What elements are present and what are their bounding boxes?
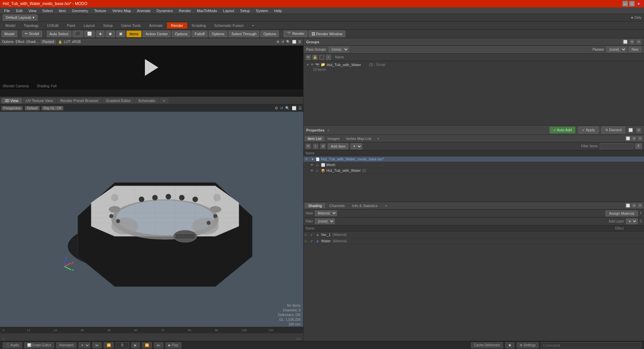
tab-schematic-fusion[interactable]: Schematic Fusion — [210, 22, 248, 29]
icon-btn-4[interactable]: ◉ — [106, 31, 115, 37]
groups-expand-btn[interactable]: ⬜ — [623, 39, 628, 45]
il-close-btn[interactable]: ✕ — [637, 136, 643, 141]
tab-render[interactable]: Render — [167, 22, 187, 29]
vp-tab-gradient[interactable]: Gradient Editor — [103, 98, 134, 103]
new-group-button[interactable]: New — [629, 47, 641, 52]
play-btn[interactable]: ▶ Play — [165, 342, 181, 348]
animated-button[interactable]: Animated — [56, 342, 76, 348]
il-tab-vertex[interactable]: Vertex Map List — [343, 136, 374, 141]
tab-animate[interactable]: Animate — [145, 22, 167, 29]
il-add-btn[interactable]: + — [313, 144, 318, 149]
tab-topology[interactable]: Topology — [20, 22, 43, 29]
zoom-icon[interactable]: 🔍 — [286, 40, 290, 44]
tab-scripting[interactable]: Scripting — [187, 22, 210, 29]
select-through-button[interactable]: Select Through — [228, 31, 259, 37]
groups-render-btn[interactable]: ⬛ — [319, 55, 324, 60]
play-button[interactable]: ▶ — [131, 342, 140, 348]
fullscreen-icon[interactable]: ⬜ — [292, 40, 296, 44]
properties-settings-btn[interactable]: ⚙ — [636, 128, 641, 133]
default-layouts-button[interactable]: Default Layouts ▾ — [3, 14, 38, 21]
vp-tab-preset[interactable]: Render Preset Browser — [57, 98, 102, 103]
menu-layout[interactable]: Layout — [220, 8, 237, 13]
discard-button[interactable]: ✕ Discard — [601, 127, 625, 134]
graph-editor-button[interactable]: 📊 Graph Editor — [24, 342, 54, 348]
il-tab-images[interactable]: Images — [325, 136, 342, 141]
vp-tab-uv[interactable]: UV Texture View — [22, 98, 56, 103]
icon-btn-3[interactable]: ◈ — [96, 31, 105, 37]
sh-close-btn[interactable]: ✕ — [637, 203, 643, 208]
menu-vertex-map[interactable]: Vertex Map — [110, 8, 134, 13]
icon-btn-1[interactable]: ⬛ — [72, 31, 83, 37]
options-button-2[interactable]: Options — [209, 31, 227, 37]
tab-add[interactable]: + — [248, 22, 258, 29]
pass-groups-select[interactable]: (none) — [329, 47, 349, 52]
render-window-button[interactable]: 🖼 Render Window — [309, 31, 345, 37]
menu-maxtomodo[interactable]: MaxToModo — [194, 8, 220, 13]
options-button-1[interactable]: Options — [172, 31, 191, 37]
vp-tab-schematic[interactable]: Schematic — [135, 98, 159, 103]
options-button-3[interactable]: Options — [260, 31, 279, 37]
groups-add-btn[interactable]: + — [326, 55, 331, 60]
add-item-select[interactable]: ▾ — [351, 143, 362, 149]
maximize-button[interactable]: □ — [629, 1, 635, 6]
menu-select[interactable]: Select — [40, 8, 55, 13]
animated-select[interactable]: ▾ — [78, 342, 90, 348]
filter-f-btn[interactable]: F — [635, 143, 642, 149]
il-settings-btn[interactable]: ⚙ — [631, 136, 637, 141]
falloff-button[interactable]: Falloff — [192, 31, 208, 37]
il-tab-add[interactable]: + — [374, 136, 382, 141]
menu-setup[interactable]: Setup — [237, 8, 253, 13]
icon-btn-2[interactable]: ⬜ — [84, 31, 95, 37]
view-select[interactable]: Material — [315, 210, 337, 216]
items-button[interactable]: Items — [126, 31, 142, 37]
action-center-button[interactable]: Action Center — [143, 31, 171, 37]
menu-dynamics[interactable]: Dynamics — [154, 8, 175, 13]
vp-expand-icon[interactable]: ⬜ — [292, 106, 297, 110]
filter-items-input[interactable] — [600, 143, 633, 149]
add-layer-select[interactable]: ▾ — [626, 218, 638, 224]
timeline-track[interactable]: 120 0 — [0, 333, 303, 341]
vp-tab-add[interactable]: + — [159, 98, 168, 103]
menu-help[interactable]: Help — [271, 8, 284, 13]
auto-add-button[interactable]: ✓ Auto Add — [549, 127, 576, 134]
play-next-button[interactable]: ⏩ — [142, 342, 152, 348]
filter-select[interactable]: (none) — [315, 218, 335, 224]
tab-layout[interactable]: Layout — [79, 22, 99, 29]
play-start-button[interactable]: ⏮ — [92, 342, 102, 348]
viewport-3d[interactable]: Perspective Default Ray GL: Off ⚙ ↺ 🔍 ⬜ … — [0, 104, 303, 327]
sh-tab-info[interactable]: Info & Statistics — [349, 203, 381, 208]
il-tab-list[interactable]: Item List — [305, 136, 324, 141]
assign-material-button[interactable]: Assign Material — [605, 210, 638, 216]
sh-tab-channels[interactable]: Channels — [326, 203, 348, 208]
cache-deformers-button[interactable]: Cache Deformers — [471, 342, 503, 348]
frame-input[interactable] — [116, 342, 129, 348]
add-item-button[interactable]: Add Item — [328, 143, 348, 149]
icon-btn-5[interactable]: ▣ — [116, 31, 125, 37]
sh-row-var1[interactable]: ▷ ✓ ◈ Var_1 (Material) — [304, 232, 644, 238]
vp-tab-3d[interactable]: 3D View — [1, 98, 22, 103]
refresh-icon[interactable]: ↺ — [281, 40, 284, 44]
item-row-scene[interactable]: 👁 ▼ 📄 Hot_Tub_with_Water_modo_base.lxo* — [304, 156, 644, 162]
play-end-button[interactable]: ⏭ — [154, 342, 163, 348]
vp-zoom-icon[interactable]: 🔍 — [285, 106, 290, 110]
groups-lock-btn[interactable]: 🔒 — [312, 55, 318, 60]
sh-expand-btn[interactable]: ⬜ — [625, 203, 631, 208]
menu-animate[interactable]: Animate — [134, 8, 153, 13]
il-vis-btn[interactable]: 👁 — [306, 144, 311, 149]
settings-icon[interactable]: ⚙ — [276, 40, 279, 44]
tab-game-tools[interactable]: Game Tools — [117, 22, 145, 29]
menu-view[interactable]: View — [26, 8, 39, 13]
menu-geometry[interactable]: Geometry — [69, 8, 91, 13]
group-row[interactable]: ▼ 👁 📷 📁 Hot_Tub_with_Water (3) : Group — [305, 62, 643, 67]
play-prev-button[interactable]: ⏪ — [104, 342, 114, 348]
tab-paint[interactable]: Paint — [63, 22, 79, 29]
menu-render[interactable]: Render — [176, 8, 194, 13]
menu-icon[interactable]: ☰ — [298, 40, 301, 44]
audio-button[interactable]: 🎵 Audio — [3, 342, 22, 348]
minimize-button[interactable]: — — [623, 1, 628, 6]
menu-item[interactable]: Item — [56, 8, 68, 13]
properties-expand-btn[interactable]: ⬜ — [628, 128, 633, 133]
record-btn[interactable]: ⏺ — [505, 342, 515, 348]
il-expand-btn[interactable]: ⬜ — [625, 136, 631, 141]
item-row-mesh[interactable]: 👁 ▷ ⬜ Mesh — [304, 162, 644, 168]
